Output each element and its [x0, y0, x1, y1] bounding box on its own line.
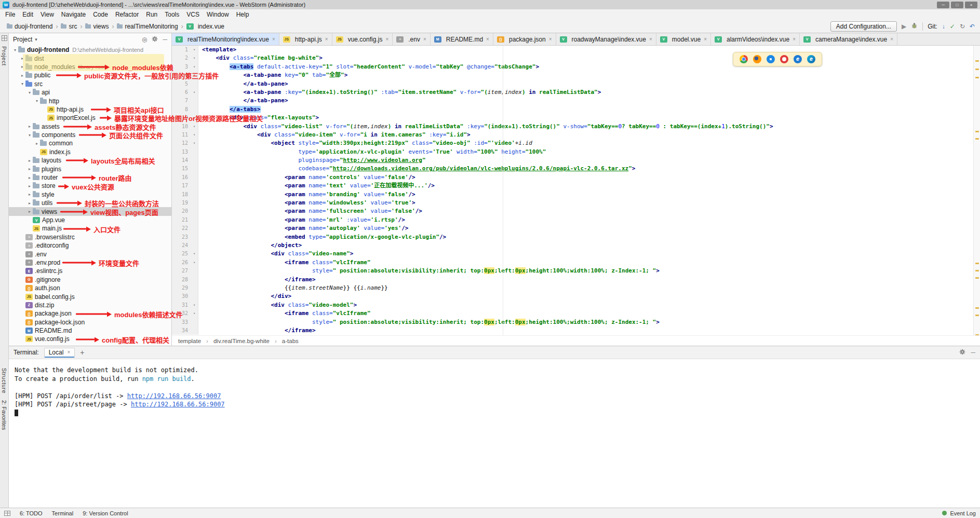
debug-icon[interactable]	[911, 22, 918, 30]
terminal-link[interactable]: http://192.168.66.56:9007	[131, 401, 225, 408]
safari-browser-icon[interactable]	[767, 55, 775, 63]
tree-item-layouts[interactable]: ▸layouts	[9, 156, 171, 165]
code-line-7[interactable]: 7 </a-tab-pane>	[172, 97, 980, 105]
tree-item-node-modules[interactable]: ▸node_moduleslibrary root	[9, 63, 171, 71]
ie-browser-icon[interactable]: e	[794, 55, 802, 63]
tool-windows-grid-icon[interactable]	[2, 35, 7, 41]
tree-item-api[interactable]: ▾api	[9, 88, 171, 97]
tree-item-style[interactable]: ▸style	[9, 190, 171, 199]
tree-item-common[interactable]: ▸common	[9, 139, 171, 147]
tree-item-utils[interactable]: ▸utils	[9, 199, 171, 207]
expand-right-icon[interactable]: ▸	[26, 184, 33, 188]
expand-right-icon[interactable]: ▸	[26, 209, 33, 214]
minimize-window-icon[interactable]: ─	[937, 2, 949, 8]
code-line-4[interactable]: 4▾ <a-tab-pane key="0" tab="全部">	[172, 71, 980, 79]
editor-tab[interactable]: JSvue.config.js×	[332, 33, 393, 45]
tree-item--env[interactable]: ≡.env	[9, 250, 171, 258]
code-line-18[interactable]: 18 <param name='branding' value='false'/…	[172, 190, 980, 199]
terminal-link[interactable]: http://192.168.66.56:9007	[127, 392, 221, 400]
editor-tab[interactable]: ≡.env×	[393, 33, 431, 45]
close-tab-icon[interactable]: ×	[325, 36, 328, 42]
terminal-tab-local[interactable]: Local ×	[44, 348, 75, 358]
new-terminal-icon[interactable]: +	[80, 348, 84, 357]
menu-file[interactable]: File	[2, 10, 19, 19]
fold-icon[interactable]: ▾	[191, 250, 198, 258]
git-history-icon[interactable]: ↻	[960, 23, 965, 30]
inspection-mark[interactable]	[975, 138, 979, 140]
tree-item-dist[interactable]: ▸dist	[9, 54, 171, 62]
tree-item--env-prod[interactable]: ≡.env.prod	[9, 258, 171, 267]
fold-icon[interactable]: ▾	[191, 114, 198, 122]
fold-icon[interactable]: ▾	[191, 88, 198, 97]
minimize-panel-icon[interactable]: ─	[971, 349, 975, 356]
git-commit-check-icon[interactable]: ✓	[950, 23, 955, 30]
code-line-3[interactable]: 3▾ <a-tabs default-active-key="1" slot="…	[172, 63, 980, 71]
close-tab-icon[interactable]: ×	[649, 36, 652, 42]
code-line-30[interactable]: 30 </div>	[172, 292, 980, 301]
fold-icon[interactable]: ▾	[191, 63, 198, 71]
expand-right-icon[interactable]: ▸	[26, 201, 33, 206]
locate-file-icon[interactable]: ◎	[142, 36, 147, 43]
close-tab-icon[interactable]: ×	[793, 36, 796, 42]
code-line-2[interactable]: 2▾ <div class="realTime bg-white">	[172, 54, 980, 62]
code-line-8[interactable]: 8 </a-tabs>	[172, 105, 980, 114]
close-window-icon[interactable]: ×	[965, 2, 977, 8]
tree-item--browserslistrc[interactable]: ≡.browserslistrc	[9, 233, 171, 241]
fold-icon[interactable]: ▾	[191, 309, 198, 318]
fold-icon[interactable]: ▾	[191, 301, 198, 309]
status-terminal[interactable]: Terminal	[52, 510, 74, 516]
tree-item-components[interactable]: ▾components	[9, 131, 171, 139]
tool-window-switcher-icon[interactable]	[4, 511, 10, 516]
editor-tab[interactable]: ValarmVideos\index.vue×	[711, 33, 800, 45]
editor-body[interactable]: 1▾<template>2▾ <div class="realTime bg-w…	[172, 46, 980, 335]
breadcrumb-item[interactable]: realTimeMonitoring	[115, 22, 179, 31]
inspection-mark[interactable]	[975, 60, 979, 62]
menu-window[interactable]: Window	[203, 10, 233, 19]
menu-refactor[interactable]: Refactor	[112, 10, 142, 19]
expand-down-icon[interactable]: ▾	[19, 81, 25, 86]
editor-tab[interactable]: MREADME.md×	[431, 33, 493, 45]
code-line-28[interactable]: 28 </iframe>	[172, 276, 980, 284]
tree-item-router[interactable]: ▸router	[9, 173, 171, 182]
run-icon[interactable]: ▶	[902, 23, 906, 30]
inspection-mark[interactable]	[975, 69, 979, 70]
fold-icon[interactable]: ▾	[191, 258, 198, 267]
code-line-23[interactable]: 23 <embed type="application/x-google-vlc…	[172, 233, 980, 241]
menu-edit[interactable]: Edit	[19, 10, 37, 19]
tree-item-main-js[interactable]: JSmain.js	[9, 224, 171, 233]
tree-item-babel-config-js[interactable]: JSbabel.config.js	[9, 292, 171, 301]
fold-icon[interactable]: ▾	[191, 139, 198, 147]
editor-tab[interactable]: {}package.json×	[493, 33, 556, 45]
close-tab-icon[interactable]: ×	[704, 36, 707, 42]
status-version-control[interactable]: 9: Version Control	[83, 510, 128, 516]
expand-down-icon[interactable]: ▾	[26, 133, 33, 138]
close-tab-icon[interactable]: ×	[549, 36, 552, 42]
close-tab-icon[interactable]: ×	[272, 36, 275, 42]
code-line-24[interactable]: 24 </object>	[172, 241, 980, 250]
tree-item-auth-json[interactable]: {}auth.json	[9, 284, 171, 292]
code-line-25[interactable]: 25▾ <div class="video-name">	[172, 250, 980, 258]
expand-right-icon[interactable]: ▸	[19, 64, 25, 69]
terminal-gear-icon[interactable]	[959, 349, 965, 357]
git-rollback-icon[interactable]: ↶	[970, 23, 975, 30]
tree-item-http[interactable]: ▾http	[9, 97, 171, 105]
code-line-5[interactable]: 5 </a-tab-pane>	[172, 80, 980, 88]
tree-item--gitignore[interactable]: G.gitignore	[9, 276, 171, 284]
menu-code[interactable]: Code	[89, 10, 112, 19]
tree-item-plugins[interactable]: ▸plugins	[9, 165, 171, 173]
close-tab-icon[interactable]: ×	[385, 36, 388, 42]
code-line-33[interactable]: 33 style=" position:absolute;visibility:…	[172, 318, 980, 326]
editor-tab[interactable]: Vmodel.vue×	[656, 33, 711, 45]
breadcrumb-item[interactable]: views	[84, 22, 110, 31]
tool-stripe-project[interactable]: Project	[1, 46, 7, 66]
menu-view[interactable]: View	[37, 10, 58, 19]
inspection-mark[interactable]	[975, 315, 979, 316]
inspection-mark[interactable]	[975, 270, 979, 271]
tree-item-importexcel-js[interactable]: JSimportExcel.js	[9, 114, 171, 122]
fold-icon[interactable]: ▾	[191, 71, 198, 79]
code-line-11[interactable]: 11▾ <div class="video-item" v-for="i in …	[172, 131, 980, 139]
chevron-down-icon[interactable]: ▾	[35, 37, 37, 42]
tree-item-src[interactable]: ▾src	[9, 80, 171, 88]
code-line-20[interactable]: 20 <param name='fullscreen' value='false…	[172, 207, 980, 215]
code-line-13[interactable]: 13 type='application/x-vlc-plugin' event…	[172, 148, 980, 156]
